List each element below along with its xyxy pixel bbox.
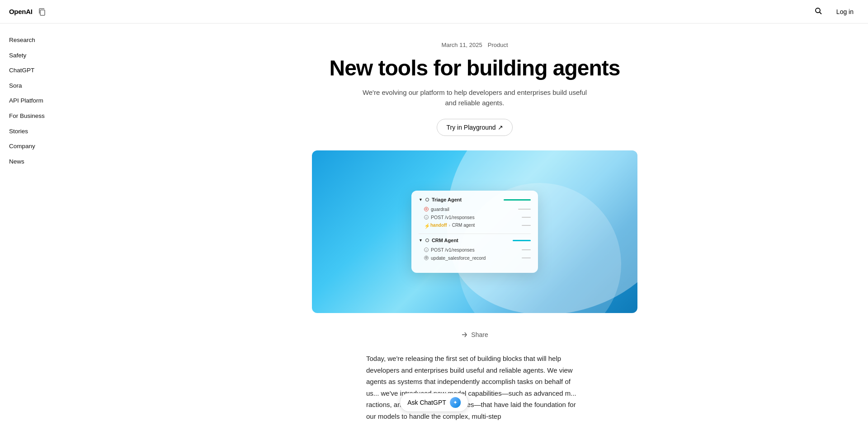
hero-background: ▼ Triage Agent ⊕ guardrail (312, 150, 637, 313)
post-responses-label-2: POST /v1/responses (431, 247, 475, 253)
triage-agent-dot (425, 198, 429, 201)
handoff-label: handoff (430, 223, 447, 228)
post-responses-row-2-left: ○ POST /v1/responses (424, 247, 475, 253)
triage-agent-section: ▼ Triage Agent ⊕ guardrail (419, 197, 531, 229)
crm-agent-header: ▼ CRM Agent (419, 238, 531, 243)
sidebar-item-api-platform[interactable]: API Platform (0, 93, 81, 108)
article-tag: Product (488, 42, 508, 48)
login-button[interactable]: Log in (831, 5, 859, 18)
salesforce-row: ⚙ update_salesforce_record (419, 254, 531, 262)
search-button[interactable] (813, 5, 824, 18)
navbar: OpenAI Log in (0, 0, 868, 23)
salesforce-label: update_salesforce_record (431, 255, 486, 261)
sidebar-item-research[interactable]: Research (0, 33, 81, 48)
sidebar-item-safety[interactable]: Safety (0, 48, 81, 63)
ask-chatgpt-avatar: ✦ (450, 397, 461, 408)
article-body-text: Today, we're releasing the first set of … (366, 353, 583, 421)
triage-agent-label: Triage Agent (432, 197, 462, 202)
sidebar-item-stories[interactable]: Stories (0, 124, 81, 139)
sidebar-item-sora[interactable]: Sora (0, 78, 81, 94)
guardrail-dash (518, 209, 531, 210)
triage-progress-bar (504, 199, 531, 201)
handoff-icon: ⚡ (424, 223, 429, 228)
search-icon (815, 7, 822, 14)
svg-line-2 (820, 12, 821, 14)
crm-agent-section: ▼ CRM Agent ○ POST /v1/responses (419, 238, 531, 262)
salesforce-row-left: ⚙ update_salesforce_record (424, 255, 486, 261)
handoff-arrow: › (449, 223, 450, 228)
article-meta: March 11, 2025 Product (441, 42, 508, 48)
main-content: March 11, 2025 Product New tools for bui… (81, 23, 868, 421)
svg-point-1 (816, 8, 820, 13)
tool-icon: ⚙ (424, 256, 429, 260)
post-responses-row-2: ○ POST /v1/responses (419, 246, 531, 254)
article-body: Today, we're releasing the first set of … (366, 353, 583, 421)
circle-icon-1: ○ (424, 215, 429, 220)
salesforce-dash (522, 257, 531, 258)
sidebar-item-chatgpt[interactable]: ChatGPT (0, 63, 81, 78)
crm-agent-target: CRM agent (452, 223, 475, 228)
svg-rect-0 (40, 10, 45, 15)
openai-logo: OpenAI (9, 8, 33, 15)
article-subtitle: We're evolving our platform to help deve… (357, 88, 592, 108)
guardrail-row-left: ⊕ guardrail (424, 206, 449, 212)
circle-icon-2: ○ (424, 248, 429, 252)
crm-agent-label: CRM Agent (432, 238, 458, 243)
card-divider (419, 234, 531, 234)
ask-chatgpt-bubble[interactable]: Ask ChatGPT ✦ (400, 393, 468, 412)
sidebar-item-for-business[interactable]: For Business (0, 108, 81, 124)
article-date: March 11, 2025 (441, 42, 482, 48)
post-responses-row-1-left: ○ POST /v1/responses (424, 215, 475, 220)
share-section[interactable]: Share (461, 331, 488, 338)
guardrail-label: guardrail (431, 206, 449, 212)
post-responses-dash-1 (522, 217, 531, 218)
collapse-icon: ▼ (419, 197, 423, 202)
article-title: New tools for building agents (330, 56, 620, 80)
navbar-left: OpenAI (9, 8, 46, 16)
triage-agent-title: ▼ Triage Agent (419, 197, 462, 202)
handoff-row: ⚡ handoff › CRM agent (419, 221, 531, 229)
agent-card: ▼ Triage Agent ⊕ guardrail (411, 191, 538, 273)
triage-agent-header: ▼ Triage Agent (419, 197, 531, 202)
ask-chatgpt-label: Ask ChatGPT (407, 399, 446, 406)
hero-image: ▼ Triage Agent ⊕ guardrail (312, 150, 637, 313)
shield-icon: ⊕ (424, 207, 429, 211)
post-responses-dash-2 (522, 249, 531, 250)
crm-agent-title: ▼ CRM Agent (419, 238, 458, 243)
crm-agent-dot (425, 239, 429, 242)
sidebar: Research Safety ChatGPT Sora API Platfor… (0, 23, 81, 421)
guardrail-row: ⊕ guardrail (419, 205, 531, 213)
post-responses-label-1: POST /v1/responses (431, 215, 475, 220)
sidebar-item-company[interactable]: Company (0, 139, 81, 154)
playground-label: Try in Playground ↗ (446, 124, 503, 131)
crm-progress-bar (513, 240, 531, 241)
share-label: Share (471, 331, 488, 338)
post-responses-row-1: ○ POST /v1/responses (419, 213, 531, 221)
copy-icon[interactable] (38, 8, 46, 16)
playground-button[interactable]: Try in Playground ↗ (437, 119, 512, 136)
navbar-right: Log in (813, 5, 859, 18)
share-icon (461, 332, 467, 338)
collapse-icon-2: ▼ (419, 238, 423, 243)
sidebar-item-news[interactable]: News (0, 154, 81, 169)
handoff-dash (522, 225, 531, 226)
